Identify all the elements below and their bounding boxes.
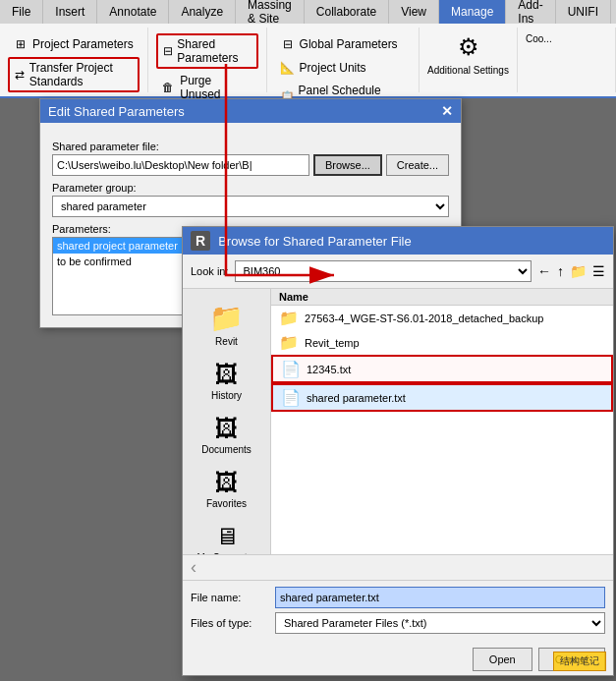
favorites-icon: 🖼 — [215, 469, 239, 496]
txt-icon-2: 📄 — [281, 360, 301, 378]
ribbon-group-settings: ⊞ Project Parameters ⇄ Transfer Project … — [0, 28, 148, 92]
project-params-icon: ⊞ — [13, 36, 28, 52]
lookin-select[interactable]: BIM360 — [235, 260, 532, 282]
folder-icon-0: 📁 — [279, 309, 299, 327]
browse-sidebar: 📁 Revit 🖼 History 🖼 Documents 🖼 Favorite… — [183, 289, 271, 554]
browse-bottom: File name: Files of type: Shared Paramet… — [183, 580, 613, 644]
file-input[interactable] — [52, 154, 309, 176]
coo-items: Coo... — [526, 29, 607, 90]
browse-main: 📁 Revit 🖼 History 🖼 Documents 🖼 Favorite… — [183, 289, 613, 554]
sidebar-documents-label: Documents — [201, 444, 252, 455]
revit-folder-icon: 📁 — [209, 302, 244, 334]
transfer-icon: ⇄ — [14, 67, 26, 83]
browse-toolbar: Look in: BIM360 ← ↑ 📁 ☰ — [183, 255, 613, 289]
units-icon: 📐 — [280, 60, 296, 76]
history-icon: 🖼 — [215, 361, 239, 388]
view-toggle[interactable]: ☰ — [592, 263, 605, 279]
browse-button[interactable]: Browse... — [313, 154, 382, 176]
filetype-label: Files of type: — [191, 617, 269, 629]
edit-dialog-title: Edit Shared Parameters ✕ — [40, 99, 461, 123]
coo-label: Coo... — [526, 33, 552, 44]
ribbon-group-shared: ⊟ Shared Parameters 🗑 Purge Unused ⚙ MEP… — [148, 28, 267, 92]
browse-action-buttons: Open Cancel — [183, 644, 613, 675]
ribbon-group-coo: Coo... — [518, 28, 616, 92]
sidebar-history[interactable]: 🖼 History — [188, 356, 266, 406]
filename-row: File name: — [191, 587, 605, 608]
sidebar-favorites-label: Favorites — [206, 498, 247, 509]
additional-settings-area: ⚙ Additional Settings — [427, 29, 509, 90]
file-item-3[interactable]: 📄 shared parameter.txt — [271, 383, 613, 412]
revit-logo: R — [191, 231, 210, 251]
shared-parameters-btn[interactable]: ⊟ Shared Parameters — [156, 33, 258, 69]
additional-settings-icon: ⚙ — [458, 33, 479, 61]
new-folder[interactable]: 📁 — [570, 263, 587, 279]
sidebar-history-label: History — [211, 390, 242, 401]
sidebar-mycomputer-label: My Computer — [196, 552, 255, 554]
sidebar-revit[interactable]: 📁 Revit — [188, 297, 266, 352]
txt-icon-3: 📄 — [281, 388, 301, 407]
filetype-select[interactable]: Shared Parameter Files (*.txt) — [275, 612, 605, 634]
tab-view[interactable]: View — [389, 0, 439, 24]
tab-insert[interactable]: Insert — [43, 0, 97, 24]
project-units-btn[interactable]: 📐 Project Units — [275, 57, 411, 79]
browse-header: Name — [271, 289, 613, 306]
filename-label: File name: — [191, 592, 269, 603]
sidebar-revit-label: Revit — [215, 336, 238, 347]
shared-params-icon: ⊟ — [162, 43, 174, 59]
scroll-left[interactable]: ‹ — [183, 554, 613, 580]
ribbon-group-additional: ⚙ Additional Settings — [420, 28, 518, 92]
filetype-row: Files of type: Shared Parameter Files (*… — [191, 612, 605, 634]
lookin-label: Look in: — [191, 265, 229, 277]
documents-icon: 🖼 — [215, 415, 239, 442]
computer-icon: 🖥 — [215, 523, 239, 550]
tab-file[interactable]: File — [0, 0, 43, 24]
tab-collaborate[interactable]: Collaborate — [305, 0, 389, 24]
file-item-2[interactable]: 📄 12345.txt — [271, 355, 613, 383]
sidebar-mycomputer[interactable]: 🖥 My Computer — [188, 518, 266, 554]
browse-dialog: R Browse for Shared Parameter File Look … — [182, 226, 614, 676]
file-label: Shared parameter file: — [52, 141, 449, 152]
folder-icon-1: 📁 — [279, 333, 299, 352]
group-label: Parameter group: — [52, 182, 449, 194]
filename-input[interactable] — [275, 587, 605, 608]
ribbon: File Insert Annotate Analyze Massing & S… — [0, 0, 616, 99]
tab-analyze[interactable]: Analyze — [169, 0, 236, 24]
nav-up[interactable]: ↑ — [557, 263, 564, 279]
browse-content: Name 📁 27563-4_WGE-ST-S6.01-2018_detache… — [271, 289, 613, 554]
group-select[interactable]: shared parameter — [52, 196, 449, 217]
tab-unifi[interactable]: UNIFI — [556, 0, 611, 24]
file-row: Browse... Create... — [52, 154, 449, 176]
ribbon-tabs: File Insert Annotate Analyze Massing & S… — [0, 0, 616, 24]
ribbon-content: ⊞ Project Parameters ⇄ Transfer Project … — [0, 24, 616, 98]
open-button[interactable]: Open — [473, 648, 532, 671]
additional-settings-label[interactable]: Additional Settings — [427, 65, 509, 76]
global-icon: ⊟ — [280, 36, 296, 52]
ribbon-group-global: ⊟ Global Parameters 📐 Project Units 📋 Pa… — [267, 28, 420, 92]
tab-massing[interactable]: Massing & Site — [236, 0, 305, 24]
global-parameters-btn[interactable]: ⊟ Global Parameters — [275, 33, 411, 55]
group-row: shared parameter — [52, 196, 449, 217]
nav-back[interactable]: ← — [537, 263, 551, 279]
purge-icon: 🗑 — [161, 80, 177, 95]
tab-manage[interactable]: Manage — [439, 0, 506, 24]
sidebar-favorites[interactable]: 🖼 Favorites — [188, 464, 266, 514]
tab-addins[interactable]: Add-Ins — [506, 0, 555, 24]
file-item-1[interactable]: 📁 Revit_temp — [271, 330, 613, 355]
tab-more[interactable]: Mo... — [611, 0, 616, 24]
browse-title-content: R Browse for Shared Parameter File — [191, 231, 412, 251]
file-item-0[interactable]: 📁 27563-4_WGE-ST-S6.01-2018_detached_bac… — [271, 306, 613, 330]
create-button[interactable]: Create... — [386, 154, 449, 176]
transfer-project-standards-btn[interactable]: ⇄ Transfer Project Standards — [8, 57, 140, 92]
project-parameters-btn[interactable]: ⊞ Project Parameters — [8, 33, 140, 55]
watermark: 结构笔记 — [553, 652, 606, 671]
edit-dialog-close[interactable]: ✕ — [441, 103, 453, 119]
tab-annotate[interactable]: Annotate — [97, 0, 169, 24]
browse-dialog-title: R Browse for Shared Parameter File — [183, 227, 613, 255]
sidebar-documents[interactable]: 🖼 Documents — [188, 410, 266, 460]
